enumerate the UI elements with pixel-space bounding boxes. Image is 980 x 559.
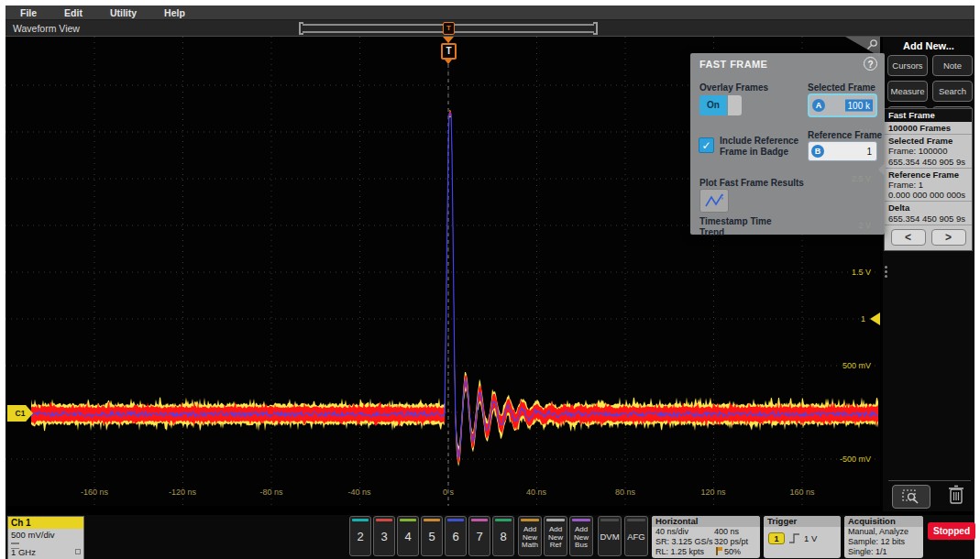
next-frame-button[interactable]: > [931, 229, 966, 246]
channel5-button[interactable]: 5 [421, 516, 443, 556]
add-new-title: Add New... [883, 40, 974, 51]
channel3-color-stripe [376, 519, 392, 521]
multiplier-b-badge[interactable]: B [811, 145, 824, 158]
add-new-bus-button[interactable]: Add New Bus [569, 516, 593, 556]
zoom-box-button[interactable] [892, 485, 930, 509]
add-measure-button[interactable]: Measure [887, 81, 928, 102]
sidebar-tools [888, 480, 971, 510]
overview-left-bracket[interactable] [299, 22, 303, 35]
add-note-button[interactable]: Note [932, 55, 973, 76]
channel7-label: 7 [476, 530, 482, 543]
channel1-badge[interactable]: Ch 1 500 mV/div 1 GHz [7, 516, 84, 559]
results-sidebar: Add New... Cursors Note Measure Search R… [883, 37, 974, 511]
help-icon[interactable]: ? [864, 57, 877, 71]
horizontal-scale: 40 ns/div [655, 527, 714, 537]
dvm-stripe [600, 519, 619, 521]
reference-frame-time: 0.000 000 000 000s [888, 190, 965, 200]
reference-frame-value[interactable]: 1 [866, 147, 872, 157]
add-new-ref-button[interactable]: Add New Ref [544, 516, 567, 556]
toggle-on-label: On [699, 95, 727, 115]
record-overview-bar[interactable]: T [303, 24, 594, 33]
reference-frame-label: Reference Frame [808, 130, 882, 140]
afg-stripe [627, 519, 645, 521]
magnifier-icon[interactable] [865, 38, 878, 51]
time-trend-plot-button[interactable] [699, 189, 729, 213]
channel-buttons: 2 3 4 5 6 7 8 [349, 516, 514, 556]
channel7-button[interactable]: 7 [468, 516, 490, 556]
reference-frame-input[interactable]: B 1 [808, 141, 877, 161]
trigger-flag-point [445, 60, 452, 64]
x-axis-label: 160 ns [789, 488, 814, 497]
dvm-button[interactable]: DVM [598, 516, 622, 556]
horizontal-duration: 400 ns [714, 527, 739, 537]
overview-trigger-marker[interactable]: T [443, 22, 455, 35]
channel4-button[interactable]: 4 [397, 516, 419, 556]
channel8-color-stripe [495, 519, 512, 521]
channel3-button[interactable]: 3 [373, 516, 395, 556]
channel6-label: 6 [452, 530, 458, 543]
menu-bar: File Edit Utility Help [6, 5, 974, 20]
menu-help[interactable]: Help [164, 7, 185, 18]
zoom-box-icon [901, 488, 921, 505]
channel1-scale: 500 mV/div [11, 530, 81, 540]
overview-right-bracket[interactable] [593, 22, 598, 35]
multiplier-a-badge[interactable]: A [812, 99, 825, 112]
bus-color-stripe [572, 519, 590, 521]
panel-resize-handle[interactable] [885, 264, 888, 280]
horizontal-record-length: RL: 1.25 kpts [655, 547, 714, 557]
channel1-bandwidth: 1 GHz [11, 547, 81, 557]
channel2-button[interactable]: 2 [349, 516, 371, 556]
acquisition-single: Single: 1/1 [844, 547, 923, 557]
reference-frame-number: Frame: 1 [888, 180, 923, 190]
reference-frame-title: Reference Frame [888, 170, 968, 180]
menu-edit[interactable]: Edit [64, 7, 83, 18]
menu-file[interactable]: File [20, 7, 37, 18]
previous-frame-button[interactable]: < [891, 229, 926, 246]
delete-button[interactable] [947, 484, 965, 510]
view-tab-title[interactable]: Waveform View [13, 23, 80, 34]
trigger-level-arrow[interactable] [870, 312, 880, 325]
add-search-button[interactable]: Search [932, 81, 973, 102]
trigger-position-arrow[interactable] [443, 37, 454, 43]
fast-frame-dialog[interactable]: FAST FRAME ? Overlay Frames On Selected … [690, 53, 885, 235]
channel5-label: 5 [428, 530, 435, 543]
time-trend-icon [700, 190, 728, 212]
channel6-button[interactable]: 6 [445, 516, 467, 556]
add-new-ref-label: Add New Ref [545, 526, 567, 550]
x-axis-label: 120 ns [700, 488, 725, 497]
fast-frame-reference-block: Reference Frame Frame: 1 0.000 000 000 0… [885, 168, 972, 202]
horizontal-badge[interactable]: Horizontal 40 ns/div400 ns SR: 3.125 GS/… [652, 516, 760, 558]
fast-frame-badge[interactable]: Fast Frame 100000 Frames Selected Frame … [884, 108, 973, 251]
trigger-title: Trigger [764, 516, 841, 527]
plot-results-label: Plot Fast Frame Results [699, 178, 804, 188]
include-reference-checkbox[interactable]: ✓ [699, 137, 714, 153]
add-cursors-button[interactable]: Cursors [887, 55, 928, 76]
add-new-math-button[interactable]: Add New Math [518, 516, 542, 556]
afg-label: AFG [627, 532, 645, 542]
afg-button[interactable]: AFG [624, 516, 648, 556]
menu-utility[interactable]: Utility [110, 7, 137, 18]
dvm-label: DVM [600, 532, 619, 542]
channel8-button[interactable]: 8 [492, 516, 514, 556]
channel4-label: 4 [404, 530, 411, 543]
overlay-frames-toggle[interactable]: On [699, 95, 742, 115]
y-axis-label: 1.5 V [852, 268, 871, 277]
delta-title: Delta [888, 203, 968, 213]
channel5-color-stripe [424, 519, 440, 521]
x-axis-label: -160 ns [81, 488, 108, 497]
run-stop-button[interactable]: Stopped [928, 522, 975, 540]
channel2-color-stripe [352, 519, 369, 521]
dialog-title: FAST FRAME [699, 59, 767, 70]
selected-frame-label: Selected Frame [808, 82, 875, 93]
trigger-badge[interactable]: Trigger 1 1 V [764, 516, 841, 558]
x-axis-label: 40 ns [526, 488, 546, 497]
y-axis-label: -500 mV [840, 455, 871, 464]
add-new-math-label: Add New Math [519, 526, 541, 550]
y-axis-label: 500 mV [842, 361, 871, 370]
selected-frame-value[interactable]: 100 k [845, 100, 873, 112]
add-new-bus-label: Add New Bus [570, 526, 592, 550]
acquisition-badge[interactable]: Acquisition Manual, Analyze Sample: 12 b… [844, 516, 923, 558]
selected-frame-input[interactable]: A 100 k [808, 93, 877, 117]
horizontal-position: 50% [724, 547, 741, 557]
trigger-position-flag[interactable]: T [441, 43, 457, 60]
